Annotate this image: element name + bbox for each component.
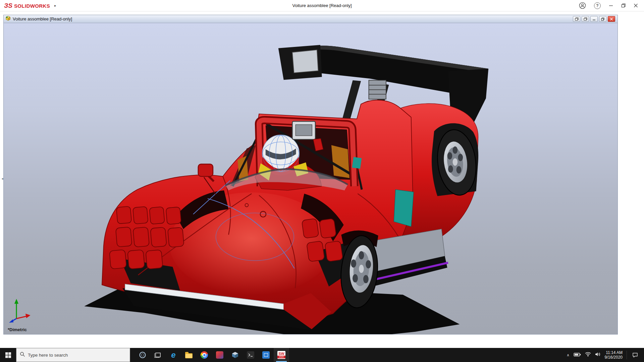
volume-icon[interactable]: [595, 352, 601, 358]
search-input[interactable]: [28, 353, 126, 358]
app-window-controls: ?: [579, 2, 644, 9]
doc-restore-button[interactable]: [599, 16, 606, 22]
solidworks-2020-icon[interactable]: SW 2020: [274, 348, 289, 362]
view-orientation-label: *Dimetric: [8, 327, 27, 332]
document-window-controls: [573, 16, 616, 22]
account-icon[interactable]: [579, 2, 586, 9]
app-client-area: ◄ Voiture assomblee [Read-only]: [0, 11, 644, 348]
app-titlebar: ЗS SOLIDWORKS ▸ Voiture assomblee [Read-…: [0, 0, 644, 11]
media-player-icon[interactable]: [212, 348, 227, 362]
taskbar: e SW 2020 ∧: [0, 348, 644, 362]
app-window-title: Voiture assomblee [Read-only]: [292, 3, 352, 8]
doc-minimize-button[interactable]: [590, 16, 598, 22]
solidworks-icon[interactable]: [227, 348, 243, 362]
close-button[interactable]: [634, 3, 638, 8]
doc-cascade-button-2[interactable]: [582, 16, 589, 22]
command-prompt-icon[interactable]: [243, 348, 258, 362]
solidworks-logo-text: SOLIDWORKS: [14, 3, 50, 9]
battery-icon[interactable]: [574, 352, 581, 358]
tray-separator: [627, 351, 627, 359]
desktop: ЗS SOLIDWORKS ▸ Voiture assomblee [Read-…: [0, 0, 644, 362]
tray-expand-icon[interactable]: ∧: [567, 353, 570, 357]
car-assembly-render: [4, 23, 618, 334]
clock-time: 11:14 AM: [605, 350, 623, 355]
action-center-icon[interactable]: [631, 353, 641, 358]
start-button[interactable]: [0, 348, 16, 362]
help-icon[interactable]: ?: [594, 2, 601, 9]
assembly-document-icon: [5, 16, 11, 22]
taskbar-apps: e SW 2020: [135, 348, 289, 362]
file-explorer-icon[interactable]: [181, 348, 197, 362]
document-titlebar[interactable]: Voiture assomblee [Read-only]: [4, 15, 618, 23]
doc-cascade-button-1[interactable]: [573, 16, 580, 22]
minimize-button[interactable]: [609, 3, 613, 8]
photos-app-icon[interactable]: [258, 348, 274, 362]
solidworks-logo: ЗS SOLIDWORKS ▸: [0, 2, 56, 9]
system-tray: ∧ 11:14 AM 9/16/2020: [564, 348, 644, 362]
task-view-icon[interactable]: [150, 348, 166, 362]
restore-button[interactable]: [621, 3, 626, 8]
doc-close-button[interactable]: [608, 16, 615, 22]
clock-date: 9/16/2020: [605, 355, 623, 360]
taskbar-clock[interactable]: 11:14 AM 9/16/2020: [605, 350, 623, 360]
cortana-icon[interactable]: [135, 348, 150, 362]
document-title: Voiture assomblee [Read-only]: [13, 16, 72, 21]
edge-icon[interactable]: e: [166, 348, 181, 362]
solidworks-logo-glyph: ЗS: [4, 2, 12, 9]
search-box[interactable]: [16, 348, 130, 362]
search-icon: [20, 352, 25, 358]
chrome-icon[interactable]: [197, 348, 212, 362]
orientation-triad: [9, 299, 31, 323]
wifi-icon[interactable]: [585, 352, 591, 358]
menu-expand-arrow-icon[interactable]: ▸: [54, 4, 56, 7]
graphics-viewport[interactable]: *Dimetric: [4, 23, 618, 334]
document-window: Voiture assomblee [Read-only]: [3, 15, 618, 335]
